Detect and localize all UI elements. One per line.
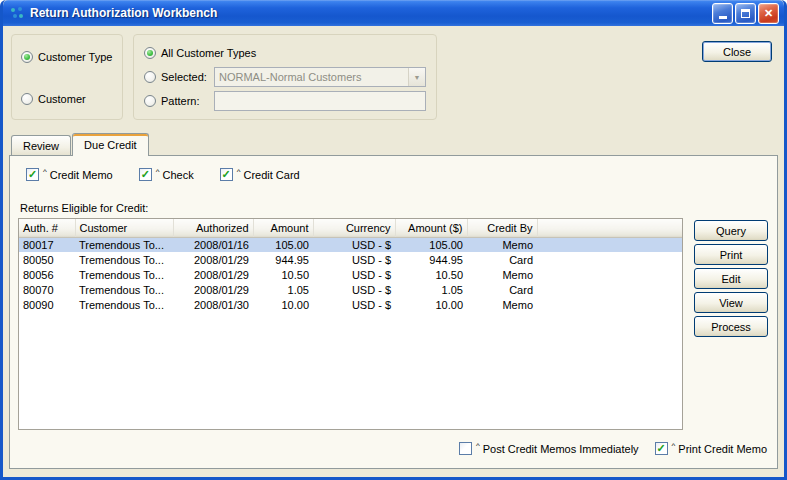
cell-customer: Tremendous To...	[75, 282, 173, 297]
maximize-button[interactable]	[735, 3, 756, 24]
cell-amount: 1.05	[395, 282, 467, 297]
radio-customer[interactable]: Customer	[21, 93, 113, 105]
tab-bar: ReviewDue Credit	[11, 132, 150, 156]
radio-customer-type[interactable]: Customer Type	[21, 51, 113, 63]
cell-authorized: 2008/01/30	[173, 297, 253, 312]
customer-type-group: All Customer Types Selected: NORMAL-Norm…	[133, 34, 437, 120]
cell-authorized: 2008/01/29	[173, 282, 253, 297]
cell-amount: 105.00	[253, 237, 313, 252]
close-window-button[interactable]: ✕	[758, 3, 779, 24]
mnemonic-caret: ^	[237, 167, 241, 176]
cell-customer: Tremendous To...	[75, 267, 173, 282]
radio-all-customer-types[interactable]: All Customer Types	[144, 43, 426, 63]
cell-amount: 1.05	[253, 282, 313, 297]
checkbox-post-credit-memos-immediately-label: Post Credit Memos Immediately	[483, 443, 639, 455]
checkbox-icon: ✓	[220, 168, 233, 181]
radio-customer-type-label: Customer Type	[38, 51, 112, 63]
cell-authorized: 2008/01/29	[173, 252, 253, 267]
pattern-input[interactable]	[214, 91, 426, 111]
window-controls: ✕	[712, 3, 779, 24]
checkbox-icon	[459, 442, 472, 455]
mnemonic-caret: ^	[476, 441, 480, 450]
cell-customer: Tremendous To...	[75, 237, 173, 252]
cell-currency: USD - $	[313, 237, 395, 252]
cell-auth: 80070	[19, 282, 75, 297]
checkbox-print-credit-memo-label: Print Credit Memo	[678, 443, 767, 455]
edit-button[interactable]: Edit	[694, 268, 768, 289]
cell-amount: 944.95	[395, 252, 467, 267]
view-button[interactable]: View	[694, 292, 768, 313]
cell-amount: 10.50	[253, 267, 313, 282]
checkbox-credit-memo-label: Credit Memo	[50, 169, 113, 181]
print-button[interactable]: Print	[694, 244, 768, 265]
column-header-amount[interactable]: Amount ($)	[395, 219, 467, 237]
cell-amount: 944.95	[253, 252, 313, 267]
checkbox-icon: ✓	[139, 168, 152, 181]
column-header-filler	[537, 219, 682, 237]
column-header-customer[interactable]: Customer	[75, 219, 173, 237]
checkbox-credit-memo[interactable]: ✓^Credit Memo	[26, 168, 113, 181]
action-buttons: QueryPrintEditViewProcess	[694, 220, 768, 337]
radio-all-customer-types-icon	[144, 47, 156, 59]
cell-filler	[537, 237, 682, 252]
radio-customer-type-icon	[21, 51, 33, 63]
table-row[interactable]: 80070Tremendous To...2008/01/291.05USD -…	[19, 282, 682, 297]
cell-filler	[537, 282, 682, 297]
cell-amount: 10.00	[395, 297, 467, 312]
cell-credit-by: Memo	[467, 267, 537, 282]
column-header-currency[interactable]: Currency	[313, 219, 395, 237]
checkbox-credit-card[interactable]: ✓^Credit Card	[220, 168, 300, 181]
checkbox-check-label: Check	[163, 169, 194, 181]
table-row[interactable]: 80090Tremendous To...2008/01/3010.00USD …	[19, 297, 682, 312]
radio-pattern-row[interactable]: Pattern:	[144, 91, 426, 111]
customer-type-select[interactable]: NORMAL-Normal Customers ▼	[214, 67, 426, 87]
maximize-icon	[741, 9, 750, 18]
checkbox-post-credit-memos-immediately[interactable]: ^Post Credit Memos Immediately	[459, 442, 639, 455]
tab-review[interactable]: Review	[11, 135, 71, 155]
column-header-amount[interactable]: Amount	[253, 219, 313, 237]
customer-type-select-value: NORMAL-Normal Customers	[219, 71, 408, 83]
returns-grid: Auth. #CustomerAuthorizedAmountCurrencyA…	[19, 219, 682, 312]
cell-filler	[537, 297, 682, 312]
column-header-authorized[interactable]: Authorized	[173, 219, 253, 237]
credit-filter-row: ✓^Credit Memo✓^Check✓^Credit Card	[26, 168, 300, 181]
table-row[interactable]: 80017Tremendous To...2008/01/16105.00USD…	[19, 237, 682, 252]
dropdown-arrow-icon: ▼	[408, 68, 425, 86]
checkbox-check[interactable]: ✓^Check	[139, 168, 194, 181]
cell-amount: 10.00	[253, 297, 313, 312]
cell-auth: 80050	[19, 252, 75, 267]
column-header-auth[interactable]: Auth. #	[19, 219, 75, 237]
checkbox-icon: ✓	[655, 442, 668, 455]
table-caption: Returns Eligible for Credit:	[20, 202, 148, 214]
dialog-body: Close Customer Type Customer All Custome…	[3, 26, 784, 477]
checkbox-print-credit-memo[interactable]: ✓^Print Credit Memo	[655, 442, 767, 455]
cell-authorized: 2008/01/29	[173, 267, 253, 282]
window: Return Authorization Workbench ✕ Close C…	[0, 0, 787, 480]
minimize-icon	[719, 16, 727, 19]
minimize-button[interactable]	[712, 3, 733, 24]
close-button[interactable]: Close	[702, 41, 772, 62]
process-button[interactable]: Process	[694, 316, 768, 337]
cell-currency: USD - $	[313, 267, 395, 282]
window-title: Return Authorization Workbench	[30, 6, 707, 20]
table-row[interactable]: 80056Tremendous To...2008/01/2910.50USD …	[19, 267, 682, 282]
cell-auth: 80090	[19, 297, 75, 312]
table-row[interactable]: 80050Tremendous To...2008/01/29944.95USD…	[19, 252, 682, 267]
cell-filler	[537, 267, 682, 282]
column-header-credit-by[interactable]: Credit By	[467, 219, 537, 237]
cell-amount: 105.00	[395, 237, 467, 252]
cell-credit-by: Memo	[467, 237, 537, 252]
footer-checks: ^Post Credit Memos Immediately✓^Print Cr…	[459, 442, 767, 455]
tab-due-credit[interactable]: Due Credit	[72, 133, 149, 156]
cell-credit-by: Card	[467, 282, 537, 297]
radio-selected-icon	[144, 71, 156, 83]
radio-selected-row[interactable]: Selected: NORMAL-Normal Customers ▼	[144, 67, 426, 87]
selection-mode-group: Customer Type Customer	[11, 34, 123, 120]
cell-currency: USD - $	[313, 297, 395, 312]
titlebar[interactable]: Return Authorization Workbench ✕	[3, 0, 784, 26]
cell-credit-by: Card	[467, 252, 537, 267]
header-row: Auth. #CustomerAuthorizedAmountCurrencyA…	[19, 219, 682, 237]
query-button[interactable]: Query	[694, 220, 768, 241]
close-icon: ✕	[764, 8, 773, 19]
cell-amount: 10.50	[395, 267, 467, 282]
